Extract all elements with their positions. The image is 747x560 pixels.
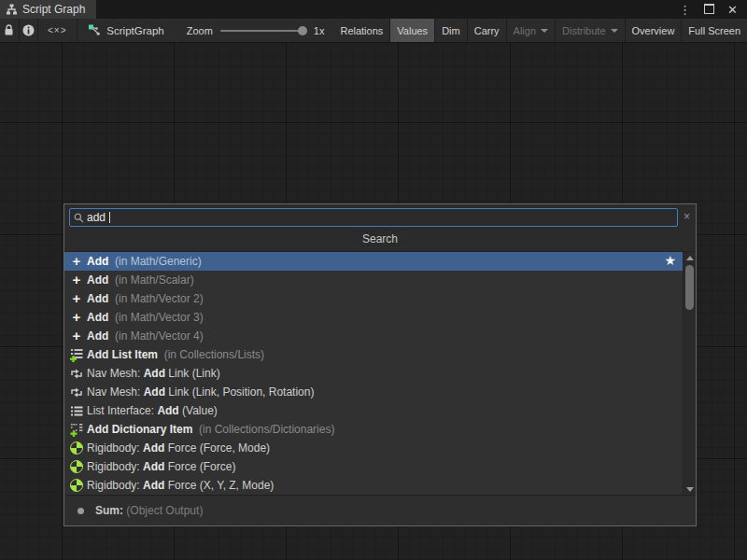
list-item-text: (in Collections/Lists) [161,348,264,361]
list-item-text: Link (Link, Position, Rotation) [165,385,314,399]
list-item[interactable]: +Add (in Math/Scalar) [64,271,683,289]
caret-down-icon [611,29,618,33]
graph-breadcrumb[interactable]: ScriptGraph [77,19,176,42]
toolbar-button-label: Full Screen [688,25,740,36]
plus-icon: + [69,310,84,325]
add-list-item-icon [69,347,84,362]
info-icon [22,24,35,36]
dot-icon [78,508,84,514]
toolbar-button-distribute[interactable]: Distribute [556,19,624,42]
list-item[interactable]: List Interface: Add (Value) [64,401,683,420]
search-area: add × Search [64,204,696,251]
list-item-text: Add [87,255,112,268]
list-item-text: Rigidbody: [87,441,143,455]
scroll-down-icon[interactable] [684,483,697,495]
list-item-text: Add Dictionary Item [87,423,196,436]
list-item[interactable]: Nav Mesh: Add Link (Link) [64,364,683,383]
preview-footer: Sum: (Object Output) [64,495,696,525]
toolbar-button-align[interactable]: Align [507,19,555,42]
plus-icon: + [69,273,84,287]
toolbar-button-label: Distribute [562,25,605,36]
fuzzy-finder-panel: add × Search +Add (in Math/Generic)★+Add… [63,203,697,526]
caret-down-icon [541,29,548,33]
list-item-text: Add [87,273,112,287]
graph-name: ScriptGraph [106,25,163,36]
list-item-text: Add [87,292,112,305]
graph-window-icon [6,4,18,15]
list-item-text: (in Math/Scalar) [112,273,194,287]
list-item[interactable]: Rigidbody: Add Force (X, Y, Z, Mode) [64,476,683,495]
favorite-star-icon[interactable]: ★ [664,253,676,268]
list-item-text: Force (Force) [164,460,235,473]
code-preview-button[interactable]: <×> [38,19,77,42]
toolbar-button-label: Relations [340,25,383,36]
scriptgraph-icon [88,24,101,36]
list-item-text: Force (X, Y, Z, Mode) [164,479,274,492]
zoom-control: Zoom 1x [177,19,334,42]
search-query: add [87,212,106,223]
toolbar-button-values[interactable]: Values [390,19,434,42]
clear-search-icon[interactable]: × [684,211,690,222]
results-list: +Add (in Math/Generic)★+Add (in Math/Sca… [64,252,683,495]
list-item-text: (in Math/Vector 2) [112,292,204,305]
toolbar-button-label: Carry [474,25,500,36]
list-item[interactable]: Rigidbody: Add Force (Force, Mode) [64,439,683,457]
list-item[interactable]: +Add (in Math/Vector 4) [64,327,683,345]
list-item-text: Add [143,441,164,455]
list-item-text: (Value) [179,404,218,417]
list-item-text: Add [143,479,164,492]
toolbar-button-label: Overview [632,25,675,36]
nav-mesh-icon [69,366,84,381]
list-item[interactable]: Add List Item (in Collections/Lists) [64,345,683,364]
more-vertical-icon[interactable]: ⋮ [679,4,691,16]
toolbar-button-label: Values [397,25,428,36]
rigidbody-icon [69,459,84,474]
info-button[interactable] [19,19,37,42]
list-item-text: Add [144,385,165,399]
lock-icon [4,24,14,36]
list-item[interactable]: +Add (in Math/Vector 3) [64,308,683,327]
rigidbody-icon [69,478,84,493]
list-item-text: (in Collections/Dictionaries) [196,423,335,436]
zoom-value: 1x [314,25,325,36]
vertical-scrollbar[interactable] [683,252,696,495]
list-item-text: Link (Link) [165,367,220,380]
toolbar-button-group: RelationsValuesDimCarryAlignDistributeOv… [333,19,747,42]
list-item-text: Nav Mesh: [87,367,144,380]
list-item-text: Rigidbody: [87,460,143,473]
list-item[interactable]: +Add (in Math/Vector 2) [64,289,683,308]
tab-title: Script Graph [22,3,85,16]
toolbar-button-carry[interactable]: Carry [468,19,506,42]
list-item[interactable]: Add Dictionary Item (in Collections/Dict… [64,420,683,439]
lock-button[interactable] [0,19,19,42]
code-preview-icon: <×> [48,25,67,35]
toolbar-button-overview[interactable]: Overview [626,19,682,42]
list-item-text: Nav Mesh: [87,385,144,399]
plus-icon: + [69,254,84,269]
list-item-text: Add [143,460,164,473]
scroll-up-icon[interactable] [684,252,697,263]
rigidbody-icon [69,441,84,455]
results-list-wrap: +Add (in Math/Generic)★+Add (in Math/Sca… [64,251,696,495]
list-item-text: (in Math/Generic) [112,255,202,268]
list-item-text: (in Math/Vector 3) [112,311,204,324]
tab-script-graph[interactable]: Script Graph [0,0,96,19]
list-item-text: Rigidbody: [87,479,143,492]
list-item-text: Add [87,311,112,324]
zoom-label: Zoom [187,25,213,36]
list-item[interactable]: Nav Mesh: Add Link (Link, Position, Rota… [64,383,683,401]
list-item-text: Add List Item [87,348,161,361]
toolbar-button-relations[interactable]: Relations [333,19,389,42]
zoom-slider[interactable] [220,30,306,32]
zoom-slider-handle[interactable] [298,26,307,35]
list-item[interactable]: +Add (in Math/Generic)★ [64,252,683,271]
list-item[interactable]: Rigidbody: Add Force (Force) [64,457,683,476]
nav-mesh-icon [69,385,84,399]
close-icon[interactable]: ✕ [727,4,738,16]
maximize-icon[interactable] [704,4,714,16]
toolbar-button-full-screen[interactable]: Full Screen [682,19,747,42]
search-input[interactable]: add × [69,208,678,227]
plus-icon: + [69,329,84,343]
toolbar-button-dim[interactable]: Dim [435,19,467,42]
scrollbar-thumb[interactable] [685,265,694,310]
